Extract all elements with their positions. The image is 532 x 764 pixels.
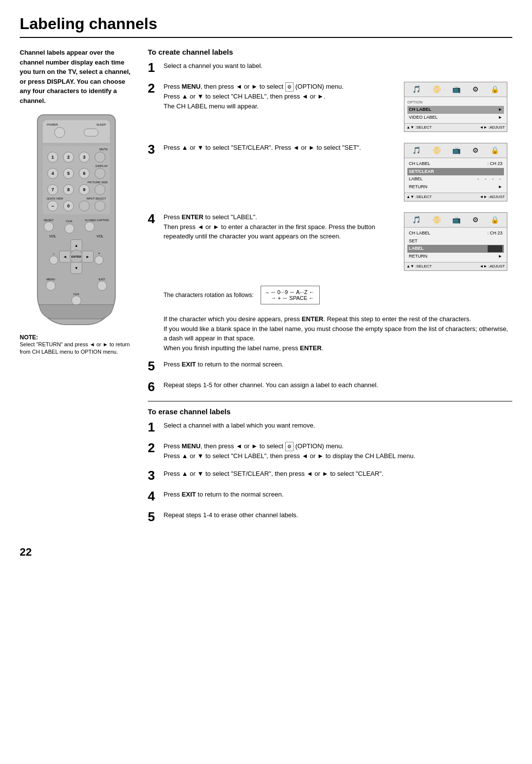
erase-step-2-num: 2 bbox=[148, 441, 159, 454]
ch-down-label: CH∨ bbox=[73, 293, 80, 296]
enter-button[interactable]: ENTER bbox=[69, 250, 83, 264]
icon-lock: 🔒 bbox=[491, 84, 499, 95]
icon-video-2: 📀 bbox=[432, 145, 441, 156]
note-title: NOTE: bbox=[20, 334, 133, 341]
enter-label: ENTER bbox=[71, 255, 81, 258]
note-body: Select "RETURN" and press ◄ or ► to retu… bbox=[20, 341, 133, 356]
picture-size-button[interactable] bbox=[95, 184, 105, 195]
right-column: To create channel labels 1 Select a chan… bbox=[148, 48, 512, 531]
section-divider bbox=[148, 401, 512, 401]
menu-3-return-row: RETURN ► bbox=[407, 253, 504, 261]
menu-3-set-row: SET bbox=[407, 237, 504, 245]
menu-screen-2: 🎵 📀 📺 ⚙ 🔒 CH LABEL : CH 23 SET/CLEAR bbox=[404, 143, 507, 201]
icon-settings-2: ⚙ bbox=[472, 145, 479, 156]
erase-step-4-content: Press EXIT to return to the normal scree… bbox=[164, 490, 512, 499]
menu-3-body: CH LABEL : CH 23 SET LABEL ████ RETURN bbox=[404, 228, 507, 262]
erase-section-title: To erase channel labels bbox=[148, 407, 512, 416]
menu-screen-1: 🎵 📀 📺 ⚙ 🔒 OPTION CH LABEL ► VIDEO bbox=[404, 82, 507, 132]
menu-2-footer: ▲▼ :SELECT ◄► :ADJUST bbox=[404, 193, 507, 201]
vol-plus-button[interactable] bbox=[95, 256, 103, 265]
remote-image: POWER SLEEP MUTE 1 bbox=[20, 114, 133, 325]
num-4-button[interactable]: 4 bbox=[47, 168, 58, 179]
erase-step-1-num: 1 bbox=[148, 421, 159, 433]
num-5-button[interactable]: 5 bbox=[63, 168, 74, 179]
label-blocks: ████ bbox=[488, 245, 502, 252]
closed-caption-button[interactable] bbox=[85, 222, 95, 232]
num-7-button[interactable]: 7 bbox=[47, 184, 58, 195]
icon-lock-3: 🔒 bbox=[491, 215, 499, 225]
left-column: Channel labels appear over the channel n… bbox=[20, 48, 133, 531]
create-section-title: To create channel labels bbox=[148, 48, 512, 56]
menu-3-footer: ▲▼ :SELECT ◄► :ADJUST bbox=[404, 262, 507, 270]
step-3-num: 3 bbox=[148, 143, 159, 156]
icon-tv-2: 📺 bbox=[452, 145, 461, 156]
input-select-label: INPUT SELECT bbox=[87, 197, 106, 200]
icon-music-3: 🎵 bbox=[412, 215, 421, 225]
intro-text: Channel labels appear over the channel n… bbox=[20, 48, 133, 105]
sleep-button[interactable] bbox=[84, 129, 99, 136]
after-step4-text: If the character which you desire appear… bbox=[164, 314, 512, 353]
quick-view-button[interactable] bbox=[79, 200, 90, 211]
menu-2-return-row: RETURN ► bbox=[407, 183, 504, 191]
menu-2-label-row: LABEL - - - - bbox=[407, 175, 504, 183]
menu-3-ch-row: CH LABEL : CH 23 bbox=[407, 230, 504, 237]
dpad-down-button[interactable]: ▼ bbox=[70, 262, 82, 274]
sleep-label: SLEEP bbox=[97, 123, 106, 126]
step-3-content: 🎵 📀 📺 ⚙ 🔒 CH LABEL : CH 23 SET/CLEAR bbox=[164, 143, 507, 204]
num-9-button[interactable]: 9 bbox=[79, 184, 90, 195]
exit-label: EXIT bbox=[97, 278, 107, 281]
create-step-4: 4 🎵 📀 📺 ⚙ 🔒 CH LABEL : CH 23 bbox=[148, 212, 512, 274]
num-6-button[interactable]: 6 bbox=[79, 168, 90, 179]
step-1-content: Select a channel you want to label. bbox=[164, 61, 512, 71]
remote-control: POWER SLEEP MUTE 1 bbox=[37, 114, 116, 325]
num-2-button[interactable]: 2 bbox=[63, 152, 74, 163]
erase-step-2-content: Press MENU, then press ◄ or ► to select … bbox=[164, 441, 512, 461]
vol-minus-icon: – bbox=[53, 251, 55, 256]
num-0-button[interactable]: 0 bbox=[63, 200, 74, 211]
menu-button[interactable] bbox=[46, 281, 56, 291]
ch-up-button[interactable] bbox=[65, 224, 74, 233]
exit-button[interactable] bbox=[97, 281, 107, 291]
power-label: POWER bbox=[47, 123, 58, 126]
reset-button[interactable] bbox=[44, 222, 54, 232]
vol-minus-button[interactable] bbox=[49, 256, 58, 265]
menu-1-item-2: VIDEO LABEL ► bbox=[407, 114, 504, 122]
input-select-button[interactable] bbox=[95, 200, 105, 211]
icon-video-3: 📀 bbox=[432, 215, 441, 225]
num-8-button[interactable]: 8 bbox=[63, 184, 74, 195]
mute-label: MUTE bbox=[100, 148, 108, 151]
step-1-num: 1 bbox=[148, 61, 159, 74]
power-button[interactable] bbox=[54, 127, 65, 138]
menu-screen-3: 🎵 📀 📺 ⚙ 🔒 CH LABEL : CH 23 SET bbox=[404, 212, 507, 271]
char-rotation-line2: → + ↔ SPACE ← bbox=[266, 295, 314, 301]
note-section: NOTE: Select "RETURN" and press ◄ or ► t… bbox=[20, 334, 133, 356]
erase-step-1-content: Select a channel with a label which you … bbox=[164, 421, 512, 431]
ch-up-label: CH∧ bbox=[66, 220, 72, 223]
menu-1-footer: ▲▼ :SELECT ◄► :ADJUST bbox=[404, 123, 507, 132]
erase-step-2: 2 Press MENU, then press ◄ or ► to selec… bbox=[148, 441, 512, 461]
menu-1-body: OPTION CH LABEL ► VIDEO LABEL ► bbox=[404, 97, 507, 123]
icon-video: 📀 bbox=[432, 84, 441, 95]
step-6-num: 6 bbox=[148, 380, 159, 393]
dash-button[interactable]: – bbox=[47, 200, 58, 211]
option-icon: ⚙ bbox=[285, 82, 294, 92]
erase-step-3-num: 3 bbox=[148, 469, 159, 482]
reset-label: RESET bbox=[44, 219, 54, 222]
display-button[interactable] bbox=[95, 168, 105, 179]
erase-step-4: 4 Press EXIT to return to the normal scr… bbox=[148, 490, 512, 502]
menu-2-selected: SET/CLEAR bbox=[407, 168, 504, 176]
menu-1-option-label: OPTION bbox=[407, 99, 504, 106]
picture-size-label: PICTURE SIZE bbox=[88, 181, 108, 184]
menu-2-icons-row: 🎵 📀 📺 ⚙ 🔒 bbox=[404, 143, 507, 158]
ch-down-button[interactable] bbox=[71, 296, 81, 305]
create-step-1: 1 Select a channel you want to label. bbox=[148, 61, 512, 74]
icon-settings: ⚙ bbox=[472, 84, 479, 95]
menu-3-icons-row: 🎵 📀 📺 ⚙ 🔒 bbox=[404, 213, 507, 228]
mute-button[interactable] bbox=[95, 152, 105, 163]
closed-caption-label: CLOSED CAPTION bbox=[85, 219, 109, 222]
num-3-button[interactable]: 3 bbox=[79, 152, 90, 163]
num-1-button[interactable]: 1 bbox=[47, 152, 58, 163]
dpad-right-button[interactable]: ► bbox=[82, 251, 94, 263]
create-step-3: 3 🎵 📀 📺 ⚙ 🔒 CH LABEL : CH 23 bbox=[148, 143, 512, 204]
icon-settings-3: ⚙ bbox=[472, 215, 479, 225]
